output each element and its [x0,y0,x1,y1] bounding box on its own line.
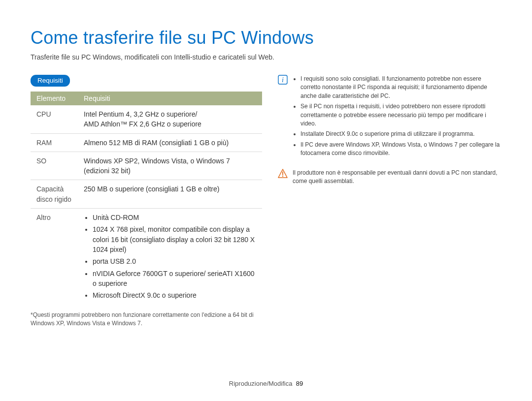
list-item: Il PC deve avere Windows XP, Windows Vis… [300,141,501,158]
cell-value: Intel Pentium 4, 3,2 GHz o superiore/ AM… [78,105,262,133]
warning-icon [278,169,288,179]
warning-note: Il produttore non è responsabile per eve… [278,169,501,186]
page-title: Come trasferire file su PC Windows [31,28,501,48]
svg-point-4 [282,175,283,176]
table-row: Altro Unità CD-ROM 1024 X 768 pixel, mon… [31,209,262,307]
table-row: Capacità disco rigido 250 MB o superiore… [31,180,262,209]
list-item: Unità CD-ROM [93,213,256,222]
cell-label: SO [31,152,78,180]
list-item: nVIDIA Geforce 7600GT o superiore/ serie… [93,269,256,289]
page-footer: Riproduzione/Modifica 89 [0,380,532,387]
list-item: I requisiti sono solo consigliati. Il fu… [300,75,501,100]
warning-text: Il produttore non è responsabile per eve… [293,169,501,186]
cell-label: Capacità disco rigido [31,180,78,209]
list-item: Se il PC non rispetta i requisiti, i vid… [300,102,501,128]
page-subtitle: Trasferite file su PC Windows, modificat… [31,53,501,61]
list-item: Microsoft DirectX 9.0c o superiore [93,290,256,300]
cell-label: CPU [31,105,78,133]
requirements-badge: Requisiti [31,75,70,87]
info-icon: i [278,75,288,85]
info-note: i I requisiti sono solo consigliati. Il … [278,75,501,160]
list-item: 1024 X 768 pixel, monitor compatibile co… [93,224,256,254]
table-header-requisiti: Requisiti [78,92,262,105]
footer-page-number: 89 [296,380,303,387]
cell-label: RAM [31,133,78,152]
table-row: RAM Almeno 512 MB di RAM (consigliati 1 … [31,133,262,152]
table-row: CPU Intel Pentium 4, 3,2 GHz o superiore… [31,105,262,133]
requirements-table: Elemento Requisiti CPU Intel Pentium 4, … [31,92,262,306]
footer-section: Riproduzione/Modifica [229,380,293,387]
cell-value: 250 MB o superiore (consigliati 1 GB e o… [78,180,262,209]
cell-value: Unità CD-ROM 1024 X 768 pixel, monitor c… [78,209,262,307]
cell-value: Almeno 512 MB di RAM (consigliati 1 GB o… [78,133,262,152]
footnote: *Questi programmi potrebbero non funzion… [31,311,262,328]
list-item: porta USB 2.0 [93,256,256,266]
list-item: Installate DirectX 9.0c o superiore prim… [300,130,501,138]
table-header-element: Elemento [31,92,78,105]
cell-value: Windows XP SP2, Windows Vista, o Windows… [78,152,262,180]
table-row: SO Windows XP SP2, Windows Vista, o Wind… [31,152,262,180]
svg-text:i: i [282,76,284,84]
cell-label: Altro [31,209,78,307]
